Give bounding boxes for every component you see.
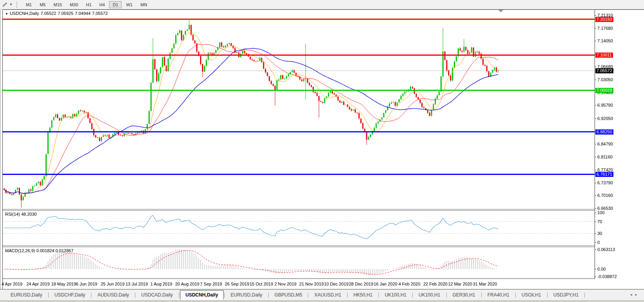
macd-axis-label: -0.038872 xyxy=(597,274,617,279)
cursor-tool-group[interactable]: ▼ xyxy=(2,2,13,8)
rsi-axis-label: 30 xyxy=(597,231,602,236)
tab-divider xyxy=(584,293,585,298)
axis-tick-mark xyxy=(595,15,596,16)
tab-divider xyxy=(481,293,482,298)
chart-close-value: 7.05572 xyxy=(92,11,108,16)
tab-divider xyxy=(547,293,548,298)
timeframe-button-h1[interactable]: H1 xyxy=(82,1,95,8)
status-strip xyxy=(0,300,644,302)
chart-tab-gbpusd-m5[interactable]: GBPUSD,M5 xyxy=(269,291,307,299)
chart-tab-fra40-h1[interactable]: FRA40,H1 xyxy=(482,291,515,299)
price-axis-label: 7.17680 xyxy=(597,26,613,31)
rsi-canvas[interactable] xyxy=(3,211,595,246)
date-label: 24 Apr 2019 xyxy=(26,282,49,286)
rsi-indicator-plot[interactable]: RSI(14) 48.2030 xyxy=(3,211,595,246)
level-price-label: 7.10011 xyxy=(595,53,613,58)
rsi-axis-label: 70 xyxy=(597,219,602,224)
date-label: 1 Aug 2019 xyxy=(150,282,172,286)
chart-tab-usoil-h1[interactable]: USOil,H1 xyxy=(517,291,546,299)
price-chart-plot[interactable] xyxy=(3,9,595,209)
axis-tick-mark xyxy=(595,269,596,269)
tabs-scroll-left-icon[interactable]: ◂ xyxy=(630,293,635,297)
toolbar-grip[interactable] xyxy=(16,2,19,8)
tab-divider xyxy=(48,293,49,298)
chart-tab-usdchf-daily[interactable]: USDCHF,Daily xyxy=(49,291,91,299)
timeframe-button-w1[interactable]: W1 xyxy=(122,1,136,8)
timeframe-button-m1[interactable]: M1 xyxy=(22,1,35,8)
axis-tick-mark xyxy=(595,170,596,170)
rsi-axis-label: 0 xyxy=(597,240,600,245)
chart-tab-usdcad-daily[interactable]: USDCAD,Daily xyxy=(136,291,178,299)
price-chart-canvas[interactable] xyxy=(3,9,595,209)
timeframe-button-m5[interactable]: M5 xyxy=(36,1,49,8)
axis-tick-mark xyxy=(595,41,596,41)
timeframe-button-h4[interactable]: H4 xyxy=(96,1,108,8)
rsi-label: RSI(14) 48.2030 xyxy=(5,212,37,216)
timeframe-buttons: M1M5M15M30H1H4D1W1MN xyxy=(22,1,151,8)
macd-canvas[interactable] xyxy=(3,247,595,278)
level-price-label: 7.20193 xyxy=(595,17,613,22)
axis-tick-mark xyxy=(595,144,596,144)
chart-tab-uk100-h1[interactable]: UK100,H1 xyxy=(413,291,445,299)
timeframe-button-m30[interactable]: M30 xyxy=(66,1,82,8)
tab-divider xyxy=(378,293,379,298)
axis-tick-mark xyxy=(595,233,596,234)
timeframe-button-d1[interactable]: D1 xyxy=(109,1,122,8)
axis-tick-mark xyxy=(595,242,596,243)
tab-divider xyxy=(412,293,413,298)
workspace-left-edge xyxy=(0,9,0,300)
chart-tab-bar: EURUSD,DailyUSDCHF,DailyAUDUSD,DailyUSDC… xyxy=(0,289,644,300)
date-label: 31 Mar 2020 xyxy=(473,282,497,286)
axis-tick-mark xyxy=(595,277,596,277)
level-price-label: 6.76171 xyxy=(595,172,613,177)
date-label: 2 Nov 2019 xyxy=(275,282,297,286)
chart-tab-usdcnh-daily[interactable]: USDCNH,Daily xyxy=(180,290,224,300)
price-axis-label: 6.92050 xyxy=(597,116,613,121)
axis-tick-mark xyxy=(595,105,596,106)
date-label: 25 Jun 2019 xyxy=(101,282,125,286)
macd-indicator-plot[interactable]: MACD(12,26,9) 0.001824 0.012867 xyxy=(3,247,595,279)
chart-high-value: 7.05925 xyxy=(58,11,73,16)
chart-tab-uk100-h1[interactable]: UK100,H1 xyxy=(380,291,411,299)
chart-tab-eurusd-daily[interactable]: EURUSD,Daily xyxy=(5,291,47,299)
rsi-line xyxy=(4,215,498,239)
price-axis-label: 6.81160 xyxy=(597,155,613,160)
chart-tab-audusd-daily[interactable]: AUDUSD,Daily xyxy=(92,291,134,299)
macd-signal-line xyxy=(4,251,498,275)
chart-shift-marker-icon[interactable] xyxy=(498,10,503,13)
axis-tick-mark xyxy=(595,157,596,157)
chart-tab-usdjpy-h1[interactable]: USDJPY,H1 xyxy=(548,291,584,299)
timeframe-button-m15[interactable]: M15 xyxy=(50,1,65,8)
date-label: 20 Aug 2019 xyxy=(175,282,200,286)
date-label: 6 Jun 2019 xyxy=(76,282,97,286)
level-price-label: 7.00029 xyxy=(595,88,613,93)
timeframe-button-mn[interactable]: MN xyxy=(137,1,151,8)
date-label: 15 Oct 2019 xyxy=(249,282,273,286)
tab-divider xyxy=(308,293,308,298)
collapse-indicator-icon[interactable]: ▼ xyxy=(5,12,8,16)
date-label: 28 Dec 2019 xyxy=(349,282,373,286)
axis-tick-mark xyxy=(595,80,596,80)
tab-divider xyxy=(91,293,91,298)
price-axis-label: 7.14050 xyxy=(597,38,613,44)
chart-tab-hk50-h1[interactable]: HK50,H1 xyxy=(348,291,378,299)
date-label: 21 Nov 2019 xyxy=(299,282,324,286)
price-axis-label: 6.70160 xyxy=(597,193,613,198)
date-axis[interactable]: 4 Apr 201924 Apr 201918 May 20196 Jun 20… xyxy=(3,279,595,289)
macd-axis-label: 0.00 xyxy=(597,267,606,272)
tool-dropdown-caret-icon[interactable]: ▼ xyxy=(9,3,13,6)
axis-tick-mark xyxy=(595,28,596,29)
moving-average-line-20 xyxy=(4,44,498,193)
price-axis[interactable]: 7.213107.176807.140507.066807.030506.994… xyxy=(595,9,644,280)
tab-divider xyxy=(446,293,447,298)
toolbar: ▼ M1M5M15M30H1H4D1W1MN xyxy=(0,0,644,9)
tab-scroll-arrows: ◂▸ xyxy=(630,293,640,297)
price-axis-label: 6.84790 xyxy=(597,142,613,147)
chart-tab-ger30-h1[interactable]: GER30,H1 xyxy=(448,291,480,299)
chart-tab-eurusd-daily[interactable]: EURUSD,Daily xyxy=(226,291,267,299)
chart-tab-xauusd-h1[interactable]: XAUUSD,H1 xyxy=(309,291,346,299)
tabs-scroll-right-icon[interactable]: ▸ xyxy=(635,293,640,297)
axis-tick-mark xyxy=(595,222,596,222)
date-label: 7 Sep 2019 xyxy=(200,282,222,286)
crosshair-tool-icon[interactable] xyxy=(2,2,9,8)
